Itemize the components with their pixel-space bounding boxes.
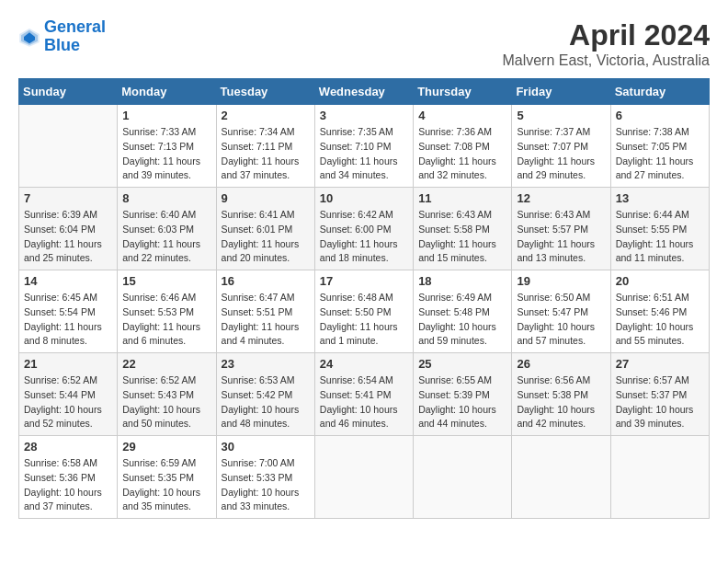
day-info: Sunrise: 6:59 AMSunset: 5:35 PMDaylight:… — [122, 456, 210, 514]
calendar-cell — [512, 436, 610, 519]
calendar-cell: 4Sunrise: 7:36 AMSunset: 7:08 PMDaylight… — [414, 105, 512, 188]
calendar-cell: 10Sunrise: 6:42 AMSunset: 6:00 PMDayligh… — [314, 188, 413, 270]
weekday-header: Thursday — [414, 79, 512, 105]
day-number: 10 — [320, 191, 408, 205]
day-number: 1 — [122, 109, 210, 122]
calendar-cell: 27Sunrise: 6:57 AMSunset: 5:37 PMDayligh… — [610, 353, 709, 436]
calendar-cell: 11Sunrise: 6:43 AMSunset: 5:58 PMDayligh… — [414, 188, 512, 270]
day-info: Sunrise: 7:34 AMSunset: 7:11 PMDaylight:… — [222, 125, 310, 183]
day-info: Sunrise: 6:41 AMSunset: 6:01 PMDaylight:… — [222, 208, 310, 266]
calendar-cell: 8Sunrise: 6:40 AMSunset: 6:03 PMDaylight… — [118, 188, 216, 270]
calendar-cell: 9Sunrise: 6:41 AMSunset: 6:01 PMDaylight… — [216, 188, 314, 270]
day-number: 18 — [418, 274, 506, 288]
page-header: General Blue April 2024 Malvern East, Vi… — [18, 18, 710, 69]
day-number: 29 — [122, 440, 210, 454]
header-row: SundayMondayTuesdayWednesdayThursdayFrid… — [19, 79, 710, 105]
day-info: Sunrise: 6:48 AMSunset: 5:50 PMDaylight:… — [320, 291, 408, 349]
day-info: Sunrise: 6:57 AMSunset: 5:37 PMDaylight:… — [616, 373, 704, 431]
day-number: 25 — [418, 357, 506, 371]
weekday-header: Sunday — [19, 79, 118, 105]
calendar-week-row: 14Sunrise: 6:45 AMSunset: 5:54 PMDayligh… — [19, 270, 710, 353]
calendar-cell — [610, 436, 709, 519]
weekday-header: Monday — [118, 79, 216, 105]
calendar-table: SundayMondayTuesdayWednesdayThursdayFrid… — [18, 78, 710, 519]
calendar-cell: 3Sunrise: 7:35 AMSunset: 7:10 PMDaylight… — [314, 105, 413, 188]
calendar-cell: 5Sunrise: 7:37 AMSunset: 7:07 PMDaylight… — [512, 105, 610, 188]
calendar-cell: 13Sunrise: 6:44 AMSunset: 5:55 PMDayligh… — [610, 188, 709, 270]
calendar-cell: 14Sunrise: 6:45 AMSunset: 5:54 PMDayligh… — [19, 270, 118, 353]
day-info: Sunrise: 6:42 AMSunset: 6:00 PMDaylight:… — [320, 208, 408, 266]
day-number: 20 — [616, 274, 704, 288]
day-number: 23 — [222, 357, 310, 371]
day-info: Sunrise: 6:56 AMSunset: 5:38 PMDaylight:… — [517, 373, 605, 431]
calendar-cell: 23Sunrise: 6:53 AMSunset: 5:42 PMDayligh… — [216, 353, 314, 436]
day-info: Sunrise: 7:38 AMSunset: 7:05 PMDaylight:… — [616, 125, 704, 183]
day-info: Sunrise: 7:37 AMSunset: 7:07 PMDaylight:… — [517, 125, 605, 183]
calendar-cell: 19Sunrise: 6:50 AMSunset: 5:47 PMDayligh… — [512, 270, 610, 353]
day-number: 17 — [320, 274, 408, 288]
day-number: 15 — [122, 274, 210, 288]
day-number: 11 — [418, 191, 506, 205]
weekday-header: Wednesday — [314, 79, 413, 105]
day-number: 22 — [122, 357, 210, 371]
day-number: 26 — [517, 357, 605, 371]
day-number: 24 — [320, 357, 408, 371]
calendar-week-row: 1Sunrise: 7:33 AMSunset: 7:13 PMDaylight… — [19, 105, 710, 188]
weekday-header: Tuesday — [216, 79, 314, 105]
logo: General Blue — [18, 18, 106, 55]
day-info: Sunrise: 6:43 AMSunset: 5:58 PMDaylight:… — [418, 208, 506, 266]
day-number: 16 — [222, 274, 310, 288]
day-info: Sunrise: 6:54 AMSunset: 5:41 PMDaylight:… — [320, 373, 408, 431]
day-number: 7 — [24, 191, 112, 205]
day-info: Sunrise: 6:47 AMSunset: 5:51 PMDaylight:… — [222, 291, 310, 349]
calendar-cell: 7Sunrise: 6:39 AMSunset: 6:04 PMDaylight… — [19, 188, 118, 270]
day-info: Sunrise: 7:33 AMSunset: 7:13 PMDaylight:… — [122, 125, 210, 183]
weekday-header: Friday — [512, 79, 610, 105]
day-info: Sunrise: 6:49 AMSunset: 5:48 PMDaylight:… — [418, 291, 506, 349]
calendar-week-row: 28Sunrise: 6:58 AMSunset: 5:36 PMDayligh… — [19, 436, 710, 519]
calendar-cell — [414, 436, 512, 519]
calendar-cell: 26Sunrise: 6:56 AMSunset: 5:38 PMDayligh… — [512, 353, 610, 436]
calendar-cell: 24Sunrise: 6:54 AMSunset: 5:41 PMDayligh… — [314, 353, 413, 436]
calendar-cell: 6Sunrise: 7:38 AMSunset: 7:05 PMDaylight… — [610, 105, 709, 188]
day-info: Sunrise: 6:52 AMSunset: 5:44 PMDaylight:… — [24, 373, 112, 431]
calendar-week-row: 7Sunrise: 6:39 AMSunset: 6:04 PMDaylight… — [19, 188, 710, 270]
day-info: Sunrise: 6:51 AMSunset: 5:46 PMDaylight:… — [616, 291, 704, 349]
calendar-cell: 12Sunrise: 6:43 AMSunset: 5:57 PMDayligh… — [512, 188, 610, 270]
page-subtitle: Malvern East, Victoria, Australia — [502, 52, 710, 69]
calendar-cell: 1Sunrise: 7:33 AMSunset: 7:13 PMDaylight… — [118, 105, 216, 188]
calendar-cell: 17Sunrise: 6:48 AMSunset: 5:50 PMDayligh… — [314, 270, 413, 353]
calendar-cell — [19, 105, 118, 188]
weekday-header: Saturday — [610, 79, 709, 105]
day-info: Sunrise: 6:45 AMSunset: 5:54 PMDaylight:… — [24, 291, 112, 349]
day-number: 6 — [616, 109, 704, 122]
day-number: 9 — [222, 191, 310, 205]
logo-icon — [18, 26, 40, 48]
calendar-week-row: 21Sunrise: 6:52 AMSunset: 5:44 PMDayligh… — [19, 353, 710, 436]
title-block: April 2024 Malvern East, Victoria, Austr… — [502, 18, 710, 69]
calendar-cell: 16Sunrise: 6:47 AMSunset: 5:51 PMDayligh… — [216, 270, 314, 353]
day-info: Sunrise: 7:35 AMSunset: 7:10 PMDaylight:… — [320, 125, 408, 183]
day-info: Sunrise: 6:58 AMSunset: 5:36 PMDaylight:… — [24, 456, 112, 514]
day-info: Sunrise: 6:50 AMSunset: 5:47 PMDaylight:… — [517, 291, 605, 349]
day-info: Sunrise: 7:00 AMSunset: 5:33 PMDaylight:… — [222, 456, 310, 514]
day-number: 3 — [320, 109, 408, 122]
day-info: Sunrise: 7:36 AMSunset: 7:08 PMDaylight:… — [418, 125, 506, 183]
day-info: Sunrise: 6:55 AMSunset: 5:39 PMDaylight:… — [418, 373, 506, 431]
page-title: April 2024 — [502, 18, 710, 52]
calendar-cell: 21Sunrise: 6:52 AMSunset: 5:44 PMDayligh… — [19, 353, 118, 436]
calendar-cell: 18Sunrise: 6:49 AMSunset: 5:48 PMDayligh… — [414, 270, 512, 353]
calendar-cell: 2Sunrise: 7:34 AMSunset: 7:11 PMDaylight… — [216, 105, 314, 188]
day-info: Sunrise: 6:39 AMSunset: 6:04 PMDaylight:… — [24, 208, 112, 266]
day-number: 28 — [24, 440, 112, 454]
day-number: 30 — [222, 440, 310, 454]
calendar-cell: 25Sunrise: 6:55 AMSunset: 5:39 PMDayligh… — [414, 353, 512, 436]
day-number: 4 — [418, 109, 506, 122]
day-info: Sunrise: 6:44 AMSunset: 5:55 PMDaylight:… — [616, 208, 704, 266]
day-number: 5 — [517, 109, 605, 122]
calendar-cell — [314, 436, 413, 519]
calendar-cell: 15Sunrise: 6:46 AMSunset: 5:53 PMDayligh… — [118, 270, 216, 353]
day-info: Sunrise: 6:53 AMSunset: 5:42 PMDaylight:… — [222, 373, 310, 431]
day-number: 19 — [517, 274, 605, 288]
calendar-cell: 28Sunrise: 6:58 AMSunset: 5:36 PMDayligh… — [19, 436, 118, 519]
